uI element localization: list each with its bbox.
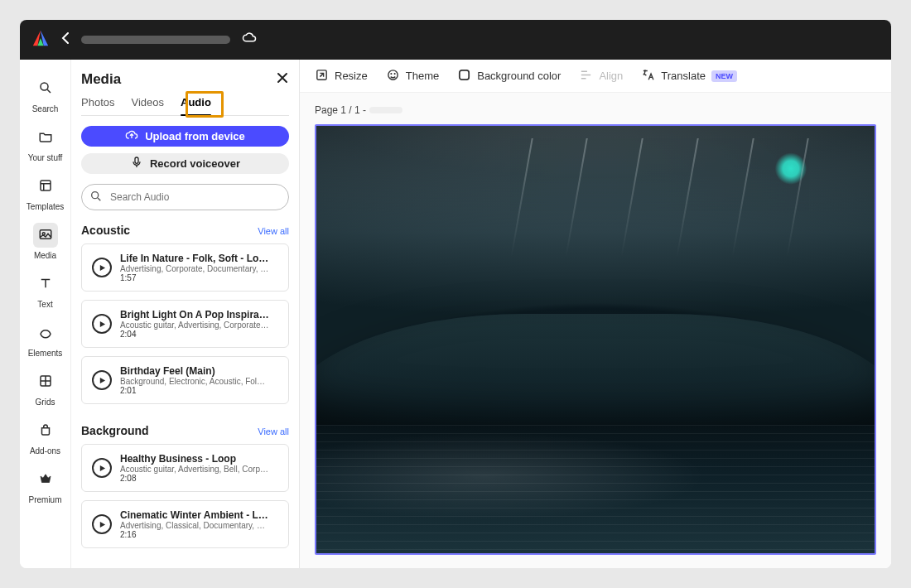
rail-item-templates[interactable]: Templates xyxy=(23,169,68,216)
tool-label: Translate xyxy=(661,70,706,82)
rail-label: Grids xyxy=(36,398,55,407)
section-title: Acoustic xyxy=(81,224,130,237)
cloud-sync-icon[interactable] xyxy=(242,31,257,49)
track-tags: Advertising, Classical, Documentary, Dr… xyxy=(120,521,269,530)
tool-label: Align xyxy=(599,70,623,82)
top-bar xyxy=(20,20,891,60)
play-button[interactable] xyxy=(92,458,112,478)
theme-icon xyxy=(386,68,400,84)
text-icon xyxy=(38,276,53,292)
rail-item-text[interactable]: Text xyxy=(23,267,68,314)
resize-icon xyxy=(315,68,329,84)
app-window: Search Your stuff Templates Media Text E… xyxy=(20,20,891,568)
rail-item-media[interactable]: Media xyxy=(23,218,68,265)
search-audio-input[interactable] xyxy=(81,184,289,210)
svg-point-8 xyxy=(388,70,398,79)
track-tags: Background, Electronic, Acoustic, Folk, … xyxy=(120,377,269,386)
rail-item-yourstuff[interactable]: Your stuff xyxy=(23,120,68,167)
microphone-icon xyxy=(130,156,143,171)
app-logo-icon xyxy=(31,29,50,51)
panel-title: Media xyxy=(81,71,121,88)
rail-label: Elements xyxy=(28,349,63,358)
record-label: Record voiceover xyxy=(150,157,240,170)
background-color-tool[interactable]: Background color xyxy=(457,68,561,84)
upload-from-device-button[interactable]: Upload from device xyxy=(81,126,289,147)
view-all-link[interactable]: View all xyxy=(258,427,289,436)
canvas-viewport[interactable]: Page 1 / 1 - xyxy=(300,93,891,568)
section-title: Background xyxy=(81,424,149,437)
tool-label: Theme xyxy=(406,70,439,82)
view-all-link[interactable]: View all xyxy=(258,226,289,236)
track-duration: 2:08 xyxy=(120,474,269,483)
theme-tool[interactable]: Theme xyxy=(386,68,439,84)
canvas-area: Resize Theme Background color Align Tran… xyxy=(300,60,891,568)
track-duration: 2:16 xyxy=(120,530,269,539)
play-button[interactable] xyxy=(92,514,112,534)
track-tags: Advertising, Corporate, Documentary, D… xyxy=(120,264,269,273)
media-tabs: Photos Videos Audio xyxy=(81,96,289,116)
audio-track[interactable]: Life In Nature - Folk, Soft - Loop Adver… xyxy=(81,243,289,292)
rail-label: Search xyxy=(32,104,59,113)
align-icon xyxy=(579,68,593,84)
rail-label: Templates xyxy=(27,202,65,211)
premium-icon xyxy=(38,471,53,488)
main-area: Search Your stuff Templates Media Text E… xyxy=(20,60,891,568)
translate-icon xyxy=(641,68,655,84)
templates-icon xyxy=(38,178,53,195)
svg-point-0 xyxy=(41,83,48,90)
canvas-image[interactable] xyxy=(316,126,875,553)
rail-item-premium[interactable]: Premium xyxy=(23,462,68,509)
rail-label: Your stuff xyxy=(28,153,63,162)
svg-point-9 xyxy=(390,73,392,75)
tool-label: Background color xyxy=(477,70,561,82)
tab-photos[interactable]: Photos xyxy=(81,96,114,115)
upload-label: Upload from device xyxy=(145,130,245,142)
rail-item-elements[interactable]: Elements xyxy=(23,316,68,363)
svg-rect-5 xyxy=(135,157,138,163)
track-duration: 2:04 xyxy=(120,330,269,339)
background-color-icon xyxy=(457,68,471,84)
media-icon xyxy=(38,227,53,243)
audio-track[interactable]: Birthday Feel (Main) Background, Electro… xyxy=(81,356,289,404)
search-icon xyxy=(89,190,103,203)
rail-item-grids[interactable]: Grids xyxy=(23,364,68,412)
track-duration: 2:01 xyxy=(120,386,269,395)
tab-audio[interactable]: Audio xyxy=(181,96,211,115)
play-button[interactable] xyxy=(92,314,112,334)
canvas-frame[interactable] xyxy=(315,124,876,555)
resize-tool[interactable]: Resize xyxy=(315,68,368,84)
rail-label: Text xyxy=(37,300,52,309)
back-button[interactable] xyxy=(61,32,70,47)
rail-label: Add-ons xyxy=(30,446,60,455)
elements-icon xyxy=(38,325,53,341)
tool-label: Resize xyxy=(335,70,368,82)
audio-track[interactable]: Cinematic Winter Ambient - Loop Advertis… xyxy=(81,500,289,548)
translate-tool[interactable]: Translate NEW xyxy=(641,68,737,84)
align-tool: Align xyxy=(579,68,623,84)
record-voiceover-button[interactable]: Record voiceover xyxy=(81,153,289,174)
svg-point-10 xyxy=(393,73,395,75)
audio-track[interactable]: Bright Light On A Pop Inspiratio… Acoust… xyxy=(81,300,289,348)
tab-videos[interactable]: Videos xyxy=(131,96,164,115)
document-title-placeholder[interactable] xyxy=(81,36,230,44)
track-duration: 1:57 xyxy=(120,273,269,282)
rail-item-search[interactable]: Search xyxy=(23,71,68,118)
track-tags: Acoustic guitar, Advertising, Bell, Corp… xyxy=(120,465,269,474)
media-panel: Media Photos Videos Audio Upload from de… xyxy=(71,60,300,568)
upload-icon xyxy=(125,128,138,144)
track-title: Bright Light On A Pop Inspiratio… xyxy=(120,309,269,321)
new-badge: NEW xyxy=(711,70,737,82)
addons-icon xyxy=(38,422,53,439)
play-button[interactable] xyxy=(92,258,112,277)
play-button[interactable] xyxy=(92,370,112,390)
page-indicator: Page 1 / 1 - xyxy=(315,104,876,116)
track-title: Cinematic Winter Ambient - Loop xyxy=(120,509,269,521)
search-icon xyxy=(38,80,53,97)
svg-rect-1 xyxy=(41,181,51,190)
track-title: Life In Nature - Folk, Soft - Loop xyxy=(120,253,269,264)
rail-item-addons[interactable]: Add-ons xyxy=(23,413,68,460)
svg-point-6 xyxy=(92,192,99,199)
audio-track[interactable]: Healthy Business - Loop Acoustic guitar,… xyxy=(81,444,289,492)
rail-label: Premium xyxy=(28,495,61,504)
close-icon[interactable] xyxy=(276,71,289,88)
